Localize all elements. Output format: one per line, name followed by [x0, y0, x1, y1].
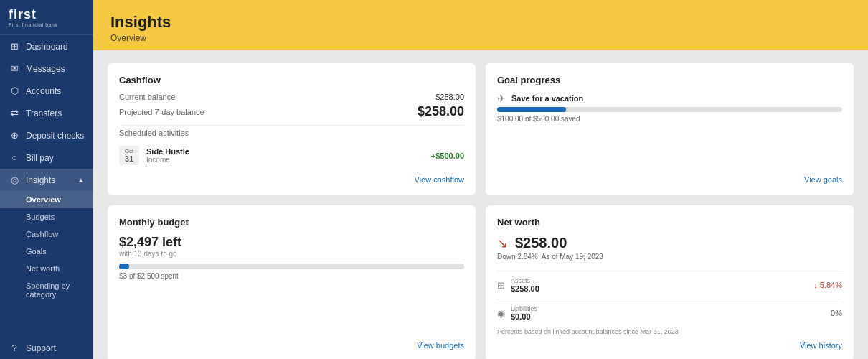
- view-history-link[interactable]: View history: [497, 335, 842, 350]
- sidebar: first First financial bank ⊞ Dashboard ✉…: [0, 0, 93, 359]
- brand-logo: first First financial bank: [0, 0, 93, 35]
- sidebar-item-messages[interactable]: ✉ Messages: [0, 57, 93, 80]
- cashflow-card: Cashflow Current balance $258.00 Project…: [108, 63, 476, 195]
- nw-divider2: [497, 299, 842, 299]
- budget-progress-fill: [119, 264, 129, 269]
- cashflow-divider: [119, 125, 464, 126]
- sidebar-item-bill-pay[interactable]: ○ Bill pay: [0, 146, 93, 169]
- assets-value: $258.00: [511, 284, 539, 293]
- sidebar-sub-budgets[interactable]: Budgets: [0, 208, 93, 225]
- scheduled-type: Income: [146, 156, 424, 164]
- cashflow-projected-row: Projected 7-day balance $258.00: [119, 104, 464, 119]
- liabilities-label: Liabilities: [511, 305, 537, 312]
- sidebar-item-dashboard[interactable]: ⊞ Dashboard: [0, 35, 93, 57]
- page-title: Insights: [110, 13, 851, 32]
- sidebar-label-messages: Messages: [26, 64, 65, 74]
- insights-icon: ◎: [9, 174, 20, 185]
- brand-name: first: [9, 7, 85, 22]
- goal-icon: ✈: [497, 93, 506, 104]
- assets-icon: ⊞: [497, 280, 505, 291]
- transfers-icon: ⇄: [9, 108, 20, 118]
- sidebar-item-insights[interactable]: ◎ Insights ▲: [0, 169, 93, 191]
- down-trend-icon: ↘: [497, 236, 508, 251]
- budget-title: Monthly budget: [119, 217, 464, 228]
- sidebar-item-transfers[interactable]: ⇄ Transfers: [0, 102, 93, 124]
- sidebar-item-support[interactable]: ? Support: [0, 337, 93, 359]
- budget-spent-text: $3 of $2,500 spent: [119, 272, 464, 280]
- sidebar-label-deposit: Deposit checks: [26, 131, 84, 141]
- sidebar-label-transfers: Transfers: [26, 108, 62, 118]
- sidebar-label-billpay: Bill pay: [26, 153, 54, 163]
- net-worth-card: Net worth ↘ $258.00 Down 2.84% As of May…: [486, 205, 854, 359]
- goal-name: Save for a vacation: [511, 94, 583, 103]
- scheduled-name: Side Hustle: [146, 147, 424, 156]
- messages-icon: ✉: [9, 63, 20, 74]
- main-content: Insights Overview Cashflow Current balan…: [93, 0, 868, 359]
- assets-left: ⊞ Assets $258.00: [497, 277, 539, 293]
- sidebar-nav: ⊞ Dashboard ✉ Messages ⬡ Accounts ⇄ Tran…: [0, 35, 93, 303]
- current-balance-label: Current balance: [119, 93, 175, 101]
- sidebar-item-accounts[interactable]: ⬡ Accounts: [0, 80, 93, 102]
- budget-progress-bg: [119, 264, 464, 269]
- budget-card: Monthly budget $2,497 left with 13 days …: [108, 205, 476, 359]
- net-worth-change: Down 2.84% As of May 19, 2023: [497, 253, 842, 261]
- dashboard-icon: ⊞: [9, 41, 20, 52]
- liabilities-icon: ◉: [497, 308, 505, 319]
- scheduled-month: Oct: [123, 148, 135, 154]
- page-subtitle: Overview: [110, 33, 851, 43]
- sidebar-sub-cashflow[interactable]: Cashflow: [0, 225, 93, 243]
- budget-sub: with 13 days to go: [119, 250, 464, 258]
- budget-amount: $2,497 left: [119, 235, 464, 250]
- deposit-icon: ⊕: [9, 130, 20, 141]
- current-balance-value: $258.00: [435, 93, 464, 101]
- header-banner: Insights Overview: [93, 0, 868, 50]
- scheduled-amount: +$500.00: [431, 151, 464, 160]
- net-worth-title: Net worth: [497, 217, 842, 228]
- net-worth-change-label: Down 2.84%: [497, 253, 538, 261]
- liabilities-change: 0%: [831, 309, 842, 317]
- goal-card: Goal progress ✈ Save for a vacation $100…: [486, 63, 854, 195]
- brand-tagline: First financial bank: [9, 22, 85, 27]
- net-worth-note: Percents based on linked account balance…: [497, 328, 842, 335]
- goal-row: ✈ Save for a vacation: [497, 93, 842, 104]
- content-area: Cashflow Current balance $258.00 Project…: [93, 50, 868, 359]
- assets-label: Assets: [511, 277, 539, 284]
- scheduled-date: Oct 31: [119, 146, 139, 165]
- scheduled-item: Oct 31 Side Hustle Income +$500.00: [119, 146, 464, 165]
- net-worth-change-date: As of May 19, 2023: [542, 253, 603, 261]
- assets-row: ⊞ Assets $258.00 ↓ 5.84%: [497, 277, 842, 293]
- scheduled-label: Scheduled activities: [119, 129, 464, 137]
- sidebar-item-deposit-checks[interactable]: ⊕ Deposit checks: [0, 124, 93, 146]
- liabilities-row: ◉ Liabilities $0.00 0%: [497, 305, 842, 321]
- support-icon: ?: [9, 342, 20, 353]
- view-goals-link[interactable]: View goals: [497, 169, 842, 184]
- sidebar-sub-overview[interactable]: Overview: [0, 191, 93, 208]
- view-cashflow-link[interactable]: View cashflow: [119, 169, 464, 184]
- cashflow-current-row: Current balance $258.00: [119, 93, 464, 101]
- projected-label: Projected 7-day balance: [119, 108, 204, 116]
- goal-item: ✈ Save for a vacation $100.00 of $500.00…: [497, 93, 842, 123]
- nw-divider1: [497, 271, 842, 271]
- scheduled-day: 31: [123, 154, 135, 163]
- goal-progress-bg: [497, 107, 842, 112]
- sidebar-label-insights: Insights: [26, 175, 55, 185]
- goal-title: Goal progress: [497, 75, 842, 85]
- net-worth-amount: $258.00: [515, 235, 567, 251]
- cashflow-title: Cashflow: [119, 75, 464, 85]
- assets-change: ↓ 5.84%: [813, 281, 842, 289]
- sidebar-label-dashboard: Dashboard: [26, 42, 68, 52]
- sidebar-label-support: Support: [26, 343, 56, 353]
- sidebar-sub-net-worth[interactable]: Net worth: [0, 260, 93, 277]
- goal-progress-text: $100.00 of $500.00 saved: [497, 115, 842, 123]
- scheduled-info: Side Hustle Income: [146, 147, 424, 164]
- sidebar-sub-spending[interactable]: Spending by category: [0, 277, 93, 303]
- projected-value: $258.00: [418, 104, 464, 119]
- sidebar-sub-goals[interactable]: Goals: [0, 243, 93, 260]
- goal-progress-fill: [497, 107, 566, 112]
- insights-expand-icon: ▲: [77, 176, 85, 184]
- liabilities-left: ◉ Liabilities $0.00: [497, 305, 537, 321]
- net-worth-header: ↘ $258.00: [497, 235, 842, 251]
- sidebar-label-accounts: Accounts: [26, 86, 61, 96]
- view-budgets-link[interactable]: View budgets: [119, 335, 464, 350]
- accounts-icon: ⬡: [9, 85, 20, 96]
